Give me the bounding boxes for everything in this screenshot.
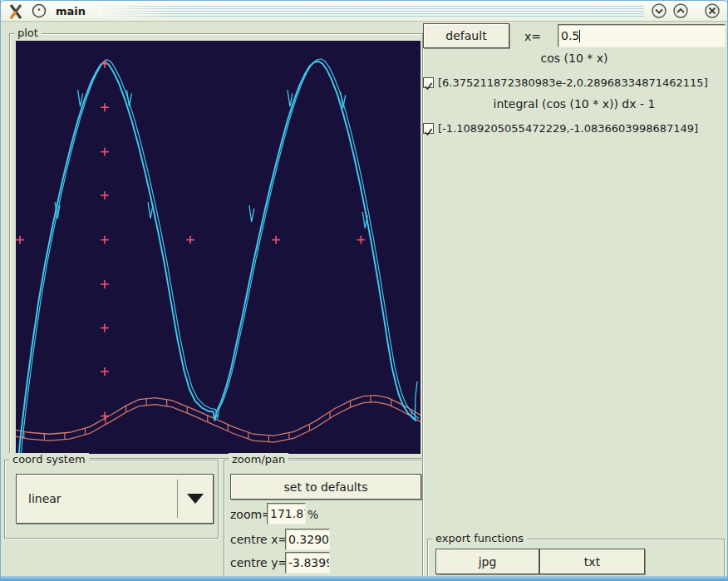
chevron-down-icon[interactable]: [178, 494, 213, 504]
fn2-label: integral (cos (10 * x)) dx - 1: [423, 97, 726, 111]
app-menu-icon[interactable]: [31, 2, 47, 19]
plot-group-label: plot: [14, 27, 42, 39]
check-icon: [424, 127, 433, 136]
x-input-value: 0.5: [561, 29, 579, 42]
centre-x-label: centre x=: [230, 533, 288, 546]
fn1-label: cos (10 * x): [423, 52, 726, 65]
text-caret: [579, 30, 580, 42]
set-to-defaults-button[interactable]: set to defaults: [230, 474, 421, 500]
zoom-percent-suffix: %: [307, 508, 318, 521]
x11-logo-icon: [7, 2, 24, 19]
zoom-pan-label: zoom/pan: [229, 453, 288, 465]
zoom-input[interactable]: 171.875: [267, 503, 306, 524]
fn1-checkbox[interactable]: [423, 77, 434, 88]
coord-system-label: coord system: [9, 453, 89, 465]
centre-y-label: centre y=: [230, 556, 288, 569]
titlebar: main: [1, 0, 727, 22]
export-jpg-button[interactable]: jpg: [435, 549, 539, 574]
titlebar-stripes: [97, 4, 644, 17]
plot-canvas[interactable]: [16, 41, 421, 454]
app-window: main plot default x= 0.5 cos (10 * x) [6…: [0, 0, 728, 581]
export-txt-button[interactable]: txt: [539, 549, 645, 574]
x-label: x=: [524, 30, 541, 43]
combobox-value: linear: [17, 492, 177, 505]
export-functions-label: export functions: [432, 532, 527, 544]
fn1-range: [6.375211872380983e-2,0.2896833487146211…: [438, 76, 708, 89]
coord-system-combobox[interactable]: linear: [16, 474, 214, 524]
fn2-range: [-1.1089205055472229,-1.0836603998687149…: [438, 122, 698, 135]
window-bottom-edge: [1, 576, 727, 581]
minimize-button[interactable]: [651, 2, 667, 19]
centre-x-input[interactable]: 0.3290: [285, 529, 330, 550]
check-icon: [424, 81, 433, 91]
default-button[interactable]: default: [423, 23, 509, 48]
x-input[interactable]: 0.5: [558, 24, 726, 47]
zoom-label: zoom=: [230, 508, 272, 521]
fn2-checkbox[interactable]: [423, 123, 434, 134]
close-button[interactable]: [704, 2, 721, 19]
maximize-button[interactable]: [672, 2, 689, 19]
centre-y-input[interactable]: -3.8399: [285, 552, 330, 574]
window-title: main: [56, 5, 86, 17]
